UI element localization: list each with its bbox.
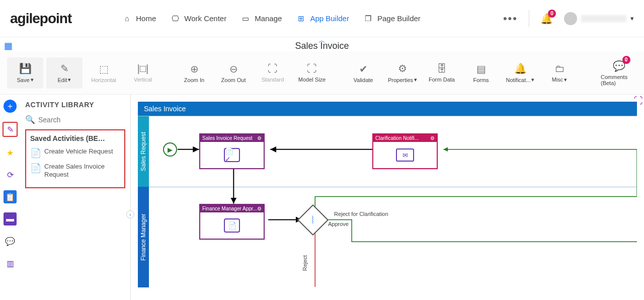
properties-button[interactable]: ⚙ Properties▾ [384,57,421,89]
form-data-button[interactable]: 🗄 Form Data [424,57,460,89]
saved-title: Saved Activities (BE… [30,134,120,142]
process-canvas[interactable]: Sales Request Finance Manager ▶ Sales In… [138,116,637,287]
subheader: ︿ ▦ Sales Invoice [0,37,644,51]
nav-label: Manage [255,14,282,23]
clipboard-icon[interactable]: 📋 [4,190,17,203]
activity-finance-manager-approval[interactable]: Finance Manager Appr...⚙ 📄 [199,204,265,240]
activity-icon: 📄 [30,147,40,159]
briefcase-icon: ▭ [240,14,251,24]
activity-sales-invoice-request[interactable]: Sales Invoice Request⚙ 📄✓ [199,133,265,169]
notifications-tool-button[interactable]: 🔔 Notificat...▾ [502,57,538,89]
chevron-down-icon: ▾ [564,77,567,83]
form-icon: 📄 [224,218,240,233]
horizontal-button: ⬚ Horizontal [86,57,122,89]
nav-label: Home [136,14,156,23]
gateway-icon: ⦚ [311,215,315,224]
nav-work-center[interactable]: 🖵 Work Center [170,14,226,24]
activity-clarification-notification[interactable]: Clarification Notifi...⚙ ✉ [372,133,438,169]
edge-label: Reject [302,255,308,271]
refresh-icon[interactable]: ⟳ [4,168,17,181]
gear-icon: ⚙ [398,62,407,74]
activity-icon: 📄 [30,163,40,179]
search-input[interactable] [38,116,125,124]
columns-icon[interactable]: ▥ [4,257,17,270]
favorites-icon[interactable]: ★ [4,146,17,159]
top-nav: agilepoint ⌂ Home 🖵 Work Center ▭ Manage… [0,0,644,37]
monitor-icon: 🖵 [170,14,180,24]
lane-label: Sales Request [138,116,149,187]
user-name [581,15,626,22]
notifications-button[interactable]: 🔔 0 [540,13,553,25]
validate-icon: ✔︎ [359,63,368,75]
nav-app-builder[interactable]: ⊞ App Builder [296,14,349,24]
edit-button[interactable]: ✎ Edit▾ [46,57,83,89]
nav-right: ••• 🔔 0 ▾ [503,10,634,27]
save-button[interactable]: 💾 Save▾ [7,57,43,89]
notification-badge: 0 [548,10,556,18]
gear-icon[interactable]: ⚙ [430,135,435,141]
saved-activity-item[interactable]: 📄 Create Sales Invoice Request [30,163,120,179]
zoom-in-icon: ⊕ [190,63,199,75]
align-vertical-icon: |□| [137,63,148,74]
search-icon: 🔍 [25,115,35,124]
nav-manage[interactable]: ▭ Manage [240,14,282,24]
canvas-title: Sales Invoice [138,102,637,116]
chevron-down-icon: ▾ [68,77,71,83]
chevron-down-icon: ▾ [531,77,534,83]
bell-icon: 🔔 [514,62,527,74]
edit-icon: ✎ [60,62,69,74]
add-button[interactable]: ＋ [4,100,17,113]
toolbar: 💾 Save▾ ✎ Edit▾ ⬚ Horizontal |□| Vertica… [0,51,644,95]
nav-label: App Builder [310,14,349,23]
fullscreen-icon[interactable]: ⛶ [634,96,643,106]
lane-label: Finance Manager [138,187,149,287]
main-nav: ⌂ Home 🖵 Work Center ▭ Manage ⊞ App Buil… [122,14,421,24]
form-icon: ▤ [476,63,486,75]
main: ＋ ✎ ★ ⟳ 📋 ▬ 💬 ▥ ‹ ACTIVITY LIBRARY 🔍 Sav… [0,95,644,300]
form-check-icon: 📄✓ [224,148,240,162]
misc-button[interactable]: 🗀 Misc▾ [541,57,578,89]
more-menu[interactable]: ••• [503,12,518,25]
zoom-out-icon: ⊖ [229,63,238,75]
gateway-decision[interactable]: ⦚ [297,204,329,236]
saved-activities-section: Saved Activities (BE… 📄 Create Vehicle R… [25,129,125,188]
activity-label: Sales Invoice Request [202,135,253,141]
nav-home[interactable]: ⌂ Home [122,14,156,24]
chat-icon[interactable]: 💬 [4,235,17,248]
folder-icon[interactable]: ▬ [4,212,17,226]
model-size-button[interactable]: ⛶ Model Size [294,57,330,89]
grid-icon: ⊞ [296,14,306,24]
comment-icon: 💬0 [613,60,625,72]
gear-icon[interactable]: ⚙ [257,135,262,141]
validate-button[interactable]: ✔︎ Validate [345,57,381,89]
zoom-in-button[interactable]: ⊕ Zoom In [176,57,212,89]
user-menu[interactable]: ▾ [564,12,634,25]
pages-icon: ❐ [363,14,373,24]
zoom-out-button[interactable]: ⊖ Zoom Out [215,57,252,89]
saved-activity-item[interactable]: 📄 Create Vehicle Request [30,147,120,159]
forms-button[interactable]: ▤ Forms [463,57,499,89]
apps-grid-icon[interactable]: ▦ [4,40,13,51]
activity-label: Clarification Notifi... [375,135,419,141]
start-event[interactable]: ▶ [163,142,177,157]
brand-logo: agilepoint [10,11,71,27]
edge-label: Reject for Clarification [334,211,388,217]
panel-title: ACTIVITY LIBRARY [25,101,125,109]
standard-button: ⛶ Standard [255,57,291,89]
saved-item-label: Create Sales Invoice Request [44,163,120,179]
saved-item-label: Create Vehicle Request [44,147,113,159]
comments-button[interactable]: 💬0 Comments (Beta) [601,57,637,89]
folder-icon: 🗀 [554,63,565,74]
home-icon: ⌂ [122,14,132,24]
chevron-down-icon: ▾ [31,77,34,83]
edit-library-icon[interactable]: ✎ [3,122,18,137]
edge-label: Approve [328,221,349,227]
avatar [564,12,577,25]
gear-icon[interactable]: ⚙ [257,206,262,211]
nav-page-builder[interactable]: ❐ Page Builder [363,14,421,24]
vertical-button: |□| Vertical [125,57,161,89]
nav-label: Page Builder [377,14,421,23]
align-horizontal-icon: ⬚ [99,63,109,75]
chevron-down-icon: ▾ [630,15,634,22]
activity-label: Finance Manager Appr... [202,206,257,211]
